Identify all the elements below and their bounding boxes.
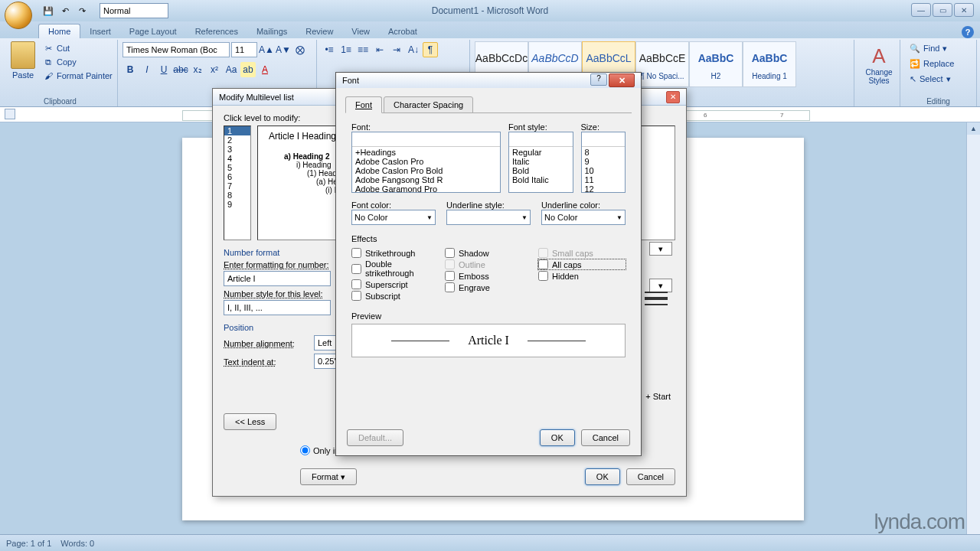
paste-button[interactable]: Paste	[8, 41, 38, 83]
copy-button[interactable]: ⧉Copy	[43, 55, 113, 69]
style-item[interactable]: AaBbCH2	[689, 41, 743, 87]
size-list[interactable]: 8 9 10 11 12	[581, 132, 626, 193]
redo-icon[interactable]: ↷	[75, 4, 89, 18]
format-button[interactable]: Format ▾	[300, 468, 357, 485]
brush-icon: 🖌	[43, 70, 54, 81]
subscript-button[interactable]: x₂	[190, 62, 205, 77]
level-list[interactable]: 1 2 3 4 5 6 7 8 9	[224, 126, 251, 240]
replace-icon: 🔁	[910, 59, 920, 69]
subscript-checkbox[interactable]	[351, 291, 361, 301]
replace-button[interactable]: 🔁Replace	[910, 57, 972, 70]
help-icon[interactable]: ?	[590, 73, 607, 86]
tab-home[interactable]: Home	[38, 24, 80, 38]
tab-view[interactable]: View	[342, 24, 379, 38]
ribbon-tabs: Home Insert Page Layout References Maili…	[0, 21, 980, 38]
word-count[interactable]: Words: 0	[60, 539, 94, 548]
superscript-button[interactable]: x²	[207, 62, 222, 77]
vertical-scrollbar[interactable]: ▲	[966, 122, 980, 534]
scroll-up-icon[interactable]: ▲	[967, 122, 980, 135]
tab-font[interactable]: Font	[345, 96, 382, 113]
highlight-button[interactable]: ab	[240, 62, 256, 77]
increase-indent-button[interactable]: ⇥	[389, 42, 404, 57]
paste-icon	[11, 41, 35, 69]
style-item[interactable]: AaBbCcE¶ No Spaci...	[635, 41, 689, 87]
tab-selector[interactable]	[5, 109, 15, 119]
qat-style-combo[interactable]	[100, 3, 168, 18]
font-list[interactable]: +Headings Adobe Caslon Pro Adobe Caslon …	[351, 132, 501, 193]
superscript-checkbox[interactable]	[351, 279, 361, 289]
dropdown-icon[interactable]: ▾	[649, 242, 672, 256]
underline-style-combo[interactable]: ▼	[446, 210, 531, 225]
bold-button[interactable]: B	[122, 62, 138, 77]
double-strikethrough-checkbox[interactable]	[351, 264, 361, 274]
shadow-checkbox[interactable]	[445, 248, 455, 258]
change-case-button[interactable]: Aa	[224, 62, 239, 77]
tab-review[interactable]: Review	[296, 24, 342, 38]
page-indicator[interactable]: Page: 1 of 1	[6, 539, 51, 548]
small-caps-checkbox	[538, 248, 548, 258]
tab-page-layout[interactable]: Page Layout	[120, 24, 186, 38]
sort-button[interactable]: A↓	[406, 42, 421, 57]
clear-formatting-icon[interactable]: ⨂	[292, 42, 308, 57]
emboss-checkbox[interactable]	[445, 271, 455, 281]
find-button[interactable]: 🔍Find ▾	[910, 41, 972, 55]
all-caps-checkbox[interactable]	[538, 259, 548, 269]
shrink-font-icon[interactable]: A▼	[276, 42, 291, 57]
preview-pane: Article I	[351, 324, 626, 357]
font-size-combo[interactable]	[231, 42, 257, 57]
effects-header: Effects	[351, 234, 626, 243]
undo-icon[interactable]: ↶	[58, 4, 72, 18]
font-color-button[interactable]: A	[257, 62, 273, 77]
ok-button[interactable]: OK	[585, 468, 620, 485]
underline-color-combo[interactable]: No Color▼	[541, 210, 626, 225]
status-bar: Page: 1 of 1 Words: 0	[0, 534, 980, 551]
change-styles-button[interactable]: A Change Styles	[859, 41, 899, 85]
number-style-combo[interactable]	[224, 300, 331, 315]
strikethrough-button[interactable]: abc	[173, 62, 188, 77]
underline-button[interactable]: U	[156, 62, 172, 77]
window-title: Document1 - Microsoft Word	[432, 5, 549, 16]
grow-font-icon[interactable]: A▲	[259, 42, 274, 57]
select-button[interactable]: ↖Select ▾	[910, 72, 972, 86]
tab-acrobat[interactable]: Acrobat	[379, 24, 426, 38]
font-color-combo[interactable]: No Color▼	[351, 210, 436, 225]
bullets-button[interactable]: •≡	[322, 42, 337, 57]
only-in-radio[interactable]	[300, 445, 310, 455]
tab-character-spacing[interactable]: Character Spacing	[384, 96, 473, 113]
font-name-combo[interactable]	[122, 42, 230, 57]
hidden-checkbox[interactable]	[538, 271, 548, 281]
ok-button[interactable]: OK	[540, 429, 575, 446]
less-button[interactable]: << Less	[224, 413, 276, 430]
font-style-list[interactable]: Regular Italic Bold Bold Italic	[508, 132, 573, 193]
number-format-input[interactable]	[224, 271, 331, 286]
close-icon[interactable]: ✕	[609, 73, 635, 87]
engrave-checkbox[interactable]	[445, 282, 455, 292]
number-alignment-label: Number alignment:	[224, 339, 308, 348]
decrease-indent-button[interactable]: ⇤	[372, 42, 387, 57]
save-icon[interactable]: 💾	[41, 4, 55, 18]
minimize-button[interactable]: —	[911, 3, 931, 17]
scissors-icon: ✂	[43, 43, 54, 54]
multilevel-list-button[interactable]: ≡≡	[355, 42, 371, 57]
start-button[interactable]: + Start	[645, 392, 671, 401]
close-icon[interactable]: ✕	[666, 91, 680, 103]
cursor-icon: ↖	[910, 74, 916, 84]
help-icon[interactable]: ?	[962, 26, 974, 38]
italic-button[interactable]: I	[139, 62, 155, 77]
office-button[interactable]	[5, 2, 32, 29]
tab-mailings[interactable]: Mailings	[247, 24, 296, 38]
format-painter-button[interactable]: 🖌Format Painter	[43, 69, 113, 83]
numbering-button[interactable]: 1≡	[338, 42, 354, 57]
style-item[interactable]: AaBbCHeading 1	[743, 41, 796, 87]
maximize-button[interactable]: ▭	[933, 3, 952, 17]
show-hide-button[interactable]: ¶	[423, 42, 438, 57]
tab-insert[interactable]: Insert	[80, 24, 120, 38]
tab-references[interactable]: References	[186, 24, 247, 38]
dialog-title: Font	[342, 76, 359, 85]
cancel-button[interactable]: Cancel	[626, 468, 675, 485]
cut-button[interactable]: ✂Cut	[43, 41, 113, 55]
strikethrough-checkbox[interactable]	[351, 248, 361, 258]
watermark: lynda.com	[874, 510, 965, 534]
close-button[interactable]: ✕	[954, 3, 974, 17]
cancel-button[interactable]: Cancel	[581, 429, 630, 446]
